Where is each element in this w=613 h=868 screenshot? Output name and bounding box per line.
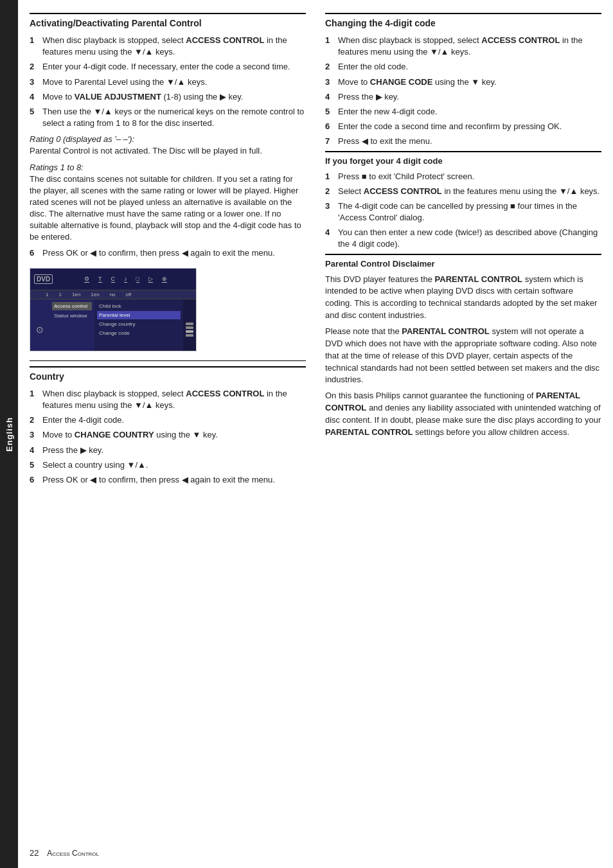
step-text: You can then enter a new code (twice!) a… bbox=[338, 227, 601, 250]
dvd-menu-image: DVD ⚙ T C ♪ □ ▷ ⊕ 1 1 1en 1en no off bbox=[30, 268, 197, 351]
right-section2-title: If you forget your 4 digit code bbox=[325, 151, 601, 166]
menu-item-access: Access control bbox=[52, 302, 92, 310]
step-text: Enter the new 4-digit code. bbox=[338, 106, 601, 118]
step-text: When disc playback is stopped, select AC… bbox=[42, 388, 306, 411]
page-number: 22 bbox=[30, 848, 39, 858]
dvd-menu-top: DVD ⚙ T C ♪ □ ▷ ⊕ bbox=[30, 269, 196, 290]
step-num: 5 bbox=[30, 459, 39, 471]
menu-val-1en2: 1en bbox=[91, 292, 99, 297]
section1-steps: 1 When disc playback is stopped, select … bbox=[30, 35, 306, 129]
menu-icon-play: ▷ bbox=[148, 276, 153, 283]
step-num: 3 bbox=[30, 76, 39, 88]
list-item: 6 Press OK or ◀ to confirm, then press ◀… bbox=[30, 474, 306, 486]
submenu-change-code: Change code bbox=[97, 329, 181, 337]
step-num: 5 bbox=[30, 106, 39, 129]
submenu-change-country: Change country bbox=[97, 320, 181, 328]
list-item: 2 Select ACCESS CONTROL in the features … bbox=[325, 186, 601, 197]
dvd-logo: DVD bbox=[34, 274, 53, 284]
list-item: 5 Then use the ▼/▲ keys or the numerical… bbox=[30, 106, 306, 129]
step-num: 6 bbox=[30, 247, 39, 259]
step-text: When disc playback is stopped, select AC… bbox=[42, 35, 306, 58]
step-text: Move to CHANGE COUNTRY using the ▼ key. bbox=[42, 429, 306, 441]
sidebar-label: English bbox=[4, 417, 14, 452]
list-item: 3 Move to CHANGE CODE using the ▼ key. bbox=[325, 76, 601, 88]
step-text: Press ◀ to exit the menu. bbox=[338, 136, 601, 147]
list-item: 5 Enter the new 4-digit code. bbox=[325, 106, 601, 118]
note2-italic: Ratings 1 to 8: bbox=[30, 163, 306, 172]
list-item: 4 Move to VALUE ADJUSTMENT (1-8) using t… bbox=[30, 91, 306, 103]
list-item: 1 When disc playback is stopped, select … bbox=[325, 35, 601, 58]
step-text: Move to VALUE ADJUSTMENT (1-8) using the… bbox=[42, 91, 306, 103]
step-num: 2 bbox=[30, 61, 39, 73]
disc-icon: ⊙ bbox=[36, 324, 44, 335]
step-num: 4 bbox=[325, 91, 334, 103]
list-item: 7 Press ◀ to exit the menu. bbox=[325, 136, 601, 147]
menu-val-1b: 1 bbox=[58, 292, 61, 297]
left-column: Activating/Deactivating Parental Control… bbox=[30, 13, 306, 489]
dvd-menu-right-panel bbox=[183, 299, 196, 351]
menu-icon-c: C bbox=[111, 276, 116, 283]
step-num: 4 bbox=[325, 227, 334, 250]
step-num: 1 bbox=[325, 35, 334, 58]
page-footer: 22 Access Control bbox=[18, 848, 613, 858]
list-item: 5 Select a country using ▼/▲. bbox=[30, 459, 306, 471]
list-item: 1 When disc playback is stopped, select … bbox=[30, 388, 306, 411]
page-label: Access Control bbox=[42, 849, 99, 858]
step-text: The 4-digit code can be cancelled by pre… bbox=[338, 200, 601, 224]
list-item: 4 You can then enter a new code (twice!)… bbox=[325, 227, 601, 250]
list-item: 1 Press ■ to exit 'Child Protect' screen… bbox=[325, 171, 601, 182]
step-text: Move to Parental Level using the ▼/▲ key… bbox=[42, 76, 306, 88]
menu-icon-settings: ⚙ bbox=[84, 276, 89, 283]
list-item: 6 Press OK or ◀ to confirm, then press ◀… bbox=[30, 247, 306, 259]
section-divider bbox=[30, 360, 306, 361]
step-text: Press ■ to exit 'Child Protect' screen. bbox=[338, 171, 601, 182]
note1-italic: Rating 0 (displayed as '– –'): bbox=[30, 134, 306, 144]
step-text: Press OK or ◀ to confirm, then press ◀ a… bbox=[42, 247, 306, 259]
step-text: Select a country using ▼/▲. bbox=[42, 459, 306, 471]
step-num: 3 bbox=[325, 200, 334, 224]
step-num: 5 bbox=[325, 106, 334, 118]
dvd-menu-left-panel: Access control Status window bbox=[49, 299, 94, 351]
note2-text: The disc contains scenes not suitable fo… bbox=[30, 173, 306, 244]
section1-step6: 6 Press OK or ◀ to confirm, then press ◀… bbox=[30, 247, 306, 259]
list-item: 6 Enter the code a second time and recon… bbox=[325, 121, 601, 132]
list-item: 2 Enter the 4-digit code. bbox=[30, 414, 306, 426]
list-item: 3 The 4-digit code can be cancelled by p… bbox=[325, 200, 601, 224]
step-text: Enter the 4-digit code. bbox=[42, 414, 306, 426]
section1-title: Activating/Deactivating Parental Control bbox=[30, 13, 306, 28]
step-text: When disc playback is stopped, select AC… bbox=[338, 35, 601, 58]
right-section2-steps: 1 Press ■ to exit 'Child Protect' screen… bbox=[325, 171, 601, 251]
right-section3-title: Parental Control Disclaimer bbox=[325, 254, 601, 269]
step-num: 4 bbox=[30, 91, 39, 103]
list-item: 4 Press the ▶ key. bbox=[325, 91, 601, 103]
menu-val-no: no bbox=[110, 292, 116, 297]
step-num: 2 bbox=[325, 61, 334, 73]
step-num: 6 bbox=[325, 121, 334, 132]
step-text: Press OK or ◀ to confirm, then press ◀ a… bbox=[42, 474, 306, 486]
disclaimer-p2: Please note that the PARENTAL CONTROL sy… bbox=[325, 326, 601, 386]
step-num: 2 bbox=[325, 186, 334, 197]
step-num: 2 bbox=[30, 414, 39, 426]
submenu-child-lock: Child lock bbox=[97, 302, 181, 310]
step-text: Move to CHANGE CODE using the ▼ key. bbox=[338, 76, 601, 88]
step-text: Press the ▶ key. bbox=[338, 91, 601, 103]
step-text: Then use the ▼/▲ keys or the numerical k… bbox=[42, 106, 306, 129]
disclaimer-p3: On this basis Philips cannot guarantee t… bbox=[325, 390, 601, 438]
submenu-parental-level: Parental level bbox=[97, 311, 181, 319]
right-column: Changing the 4-digit code 1 When disc pl… bbox=[325, 13, 601, 489]
step-text: Enter your 4-digit code. If necessary, e… bbox=[42, 61, 306, 73]
step-text: Enter the code a second time and reconfi… bbox=[338, 121, 601, 132]
step-text: Enter the old code. bbox=[338, 61, 601, 73]
step-num: 3 bbox=[30, 429, 39, 441]
sidebar: English bbox=[0, 0, 18, 868]
right-section1-title: Changing the 4-digit code bbox=[325, 13, 601, 28]
step-num: 1 bbox=[30, 35, 39, 58]
step-num: 1 bbox=[325, 171, 334, 182]
list-item: 3 Move to CHANGE COUNTRY using the ▼ key… bbox=[30, 429, 306, 441]
menu-icon-music: ♪ bbox=[124, 276, 127, 283]
list-item: 1 When disc playback is stopped, select … bbox=[30, 35, 306, 58]
menu-icon-zoom: ⊕ bbox=[162, 276, 167, 283]
menu-icon-t: T bbox=[98, 276, 102, 283]
list-item: 4 Press the ▶ key. bbox=[30, 445, 306, 456]
list-item: 2 Enter the old code. bbox=[325, 61, 601, 73]
